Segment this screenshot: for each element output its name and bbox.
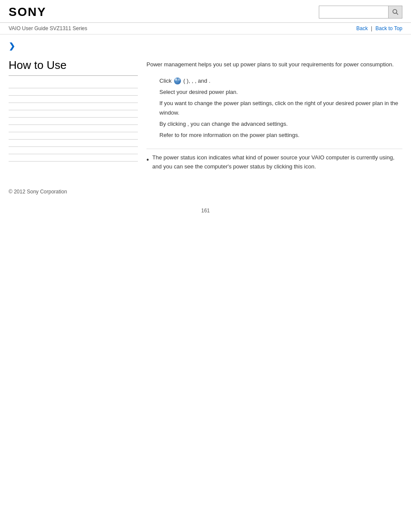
guide-title: VAIO User Guide SVZ1311 Series xyxy=(9,25,87,31)
step-1: Click ( ), , , and . xyxy=(159,76,402,86)
sidebar-nav-item-11[interactable] xyxy=(9,154,138,162)
windows-icon xyxy=(174,78,181,84)
sidebar-nav-item-4[interactable] xyxy=(9,103,138,110)
sidebar: How to Use xyxy=(9,59,138,171)
bullet-text: The power status icon indicates what kin… xyxy=(153,153,402,171)
step1-prefix: Click xyxy=(159,78,171,84)
sidebar-nav-item-8[interactable] xyxy=(9,132,138,140)
bullet-item-1: • The power status icon indicates what k… xyxy=(146,153,402,171)
sidebar-nav-item-1[interactable] xyxy=(9,81,138,88)
sidebar-nav-item-2[interactable] xyxy=(9,88,138,96)
page-header: SONY xyxy=(0,0,411,23)
sidebar-nav-item-9[interactable] xyxy=(9,140,138,147)
page-number: 161 xyxy=(0,199,411,218)
intro-text: Power management helps you set up power … xyxy=(146,60,402,69)
footer: © 2012 Sony Corporation xyxy=(0,180,411,199)
sidebar-nav-item-10[interactable] xyxy=(9,147,138,154)
sub-header: VAIO User Guide SVZ1311 Series Back | Ba… xyxy=(0,23,411,34)
content-area: Power management helps you set up power … xyxy=(146,59,402,171)
step-4: By clicking , you can change the advance… xyxy=(159,119,402,129)
search-button[interactable] xyxy=(388,6,402,18)
main-content: How to Use Power management helps you se… xyxy=(0,54,411,180)
sony-logo: SONY xyxy=(9,5,46,19)
sidebar-title: How to Use xyxy=(9,59,138,76)
svg-point-0 xyxy=(393,9,397,13)
breadcrumb-arrow: ❯ xyxy=(9,42,15,50)
copyright: © 2012 Sony Corporation xyxy=(9,189,67,195)
search-icon xyxy=(392,9,399,16)
sidebar-nav-item-7[interactable] xyxy=(9,125,138,132)
separator: | xyxy=(371,25,372,31)
breadcrumb: ❯ xyxy=(0,34,411,54)
step-5: Refer to for more information on the pow… xyxy=(159,131,402,140)
back-link[interactable]: Back xyxy=(356,25,368,31)
step1-suffix: ( ), , , and . xyxy=(183,78,210,84)
back-to-top-link[interactable]: Back to Top xyxy=(376,25,402,31)
nav-links: Back | Back to Top xyxy=(356,25,402,31)
step-3: If you want to change the power plan set… xyxy=(159,99,402,118)
sidebar-nav-item-5[interactable] xyxy=(9,110,138,118)
svg-line-1 xyxy=(396,13,398,15)
bullet-dot: • xyxy=(146,154,149,165)
sidebar-nav-item-3[interactable] xyxy=(9,96,138,103)
search-input[interactable] xyxy=(319,6,388,18)
search-box xyxy=(319,6,402,19)
bullet-section: • The power status icon indicates what k… xyxy=(146,149,402,171)
sidebar-nav-item-6[interactable] xyxy=(9,118,138,125)
step-2: Select your desired power plan. xyxy=(159,87,402,97)
sidebar-nav xyxy=(9,81,138,162)
